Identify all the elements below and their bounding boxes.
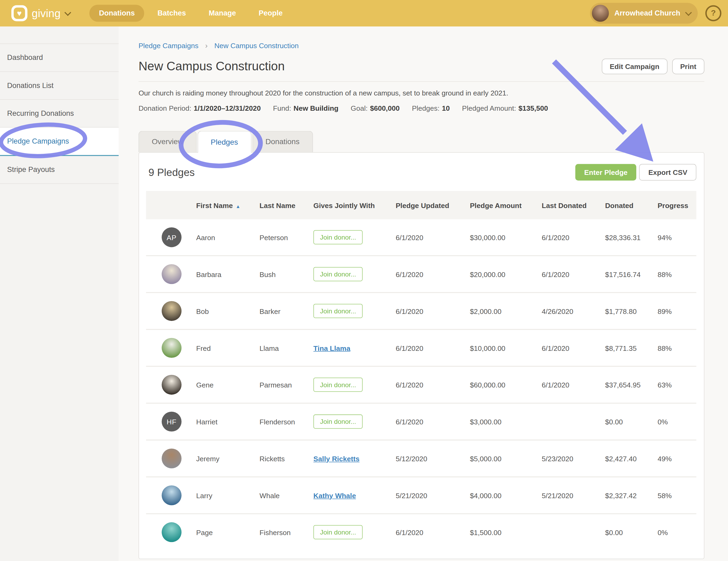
joint-donor-link[interactable]: Kathy Whale (313, 491, 356, 499)
sidebar-item-pledge-campaigns[interactable]: Pledge Campaigns (0, 128, 119, 156)
edit-campaign-button[interactable]: Edit Campaign (602, 59, 668, 74)
help-button[interactable]: ? (705, 5, 721, 21)
breadcrumb-link-pledge-campaigns[interactable]: Pledge Campaigns (139, 42, 198, 50)
table-header: First Name▲Last NameGives Jointly WithPl… (146, 191, 696, 219)
table-row: FredLlamaTina Llama6/1/2020$10,000.006/1… (146, 329, 696, 366)
export-csv-button[interactable]: Export CSV (639, 164, 696, 180)
column-header-gives-jointly-with[interactable]: Gives Jointly With (313, 201, 396, 209)
enter-pledge-button[interactable]: Enter Pledge (575, 164, 637, 180)
column-header-last-name[interactable]: Last Name (259, 201, 313, 209)
nav-item-people[interactable]: People (249, 5, 292, 22)
first-name-cell: Aaron (196, 233, 260, 241)
campaign-description: Our church is raiding money throughout 2… (139, 89, 704, 97)
breadcrumb-current[interactable]: New Campus Construction (214, 42, 298, 50)
last-name-cell: Ricketts (259, 454, 313, 462)
column-header-donated[interactable]: Donated (605, 201, 657, 209)
donated-cell: $2,427.40 (605, 454, 657, 462)
meta-item-pledges: Pledges:10 (412, 104, 450, 112)
join-donor-button[interactable]: Join donor... (313, 304, 363, 318)
meta-item-pledged-amount: Pledged Amount:$135,500 (462, 104, 548, 112)
meta-label: Pledged Amount: (462, 104, 516, 112)
pledge-updated-cell: 6/1/2020 (396, 418, 470, 426)
meta-value: $135,500 (518, 104, 548, 112)
nav-item-batches[interactable]: Batches (148, 5, 195, 22)
pledge-amount-cell: $2,000.00 (470, 307, 542, 315)
avatar-cell: AP (146, 227, 196, 247)
sidebar-item-donations-list[interactable]: Donations List (0, 72, 119, 100)
pledges-panel: 9 Pledges Enter Pledge Export CSV First … (139, 152, 704, 559)
join-donor-button[interactable]: Join donor... (313, 230, 363, 244)
first-name-cell: Bob (196, 307, 260, 315)
last-donated-cell: 5/21/2020 (542, 491, 605, 499)
last-name-cell: Fisherson (259, 528, 313, 536)
donated-cell: $37,654.95 (605, 381, 657, 389)
meta-value: $600,000 (370, 104, 400, 112)
join-donor-button[interactable]: Join donor... (313, 525, 363, 539)
join-donor-button[interactable]: Join donor... (313, 414, 363, 429)
tab-donations[interactable]: Donations (252, 131, 313, 152)
column-header-last-donated[interactable]: Last Donated (542, 201, 605, 209)
column-label: Last Donated (542, 201, 587, 209)
avatar-cell: HF (146, 412, 196, 432)
giving-app-switcher[interactable]: ♥ giving (11, 5, 70, 21)
first-name-cell: Barbara (196, 270, 260, 278)
progress-cell: 88% (658, 344, 696, 352)
tab-pledges[interactable]: Pledges (197, 131, 251, 153)
donated-cell: $2,327.42 (605, 491, 657, 499)
last-name-cell: Whale (259, 491, 313, 499)
pledge-amount-cell: $20,000.00 (470, 270, 542, 278)
nav-item-donations[interactable]: Donations (90, 5, 144, 22)
last-name-cell: Flenderson (259, 418, 313, 426)
app-root: ♥ giving DonationsBatchesManagePeople Ar… (0, 0, 728, 561)
meta-value: 1/1/2020–12/31/2020 (194, 104, 261, 112)
nav-item-manage[interactable]: Manage (199, 5, 246, 22)
topbar-right: Arrowhead Church ? (590, 3, 722, 24)
joint-donor-link[interactable]: Tina Llama (313, 344, 350, 352)
top-nav: DonationsBatchesManagePeople (90, 5, 292, 22)
pledge-updated-cell: 6/1/2020 (396, 344, 470, 352)
progress-cell: 94% (658, 233, 696, 241)
last-donated-cell: 6/1/2020 (542, 270, 605, 278)
heart-icon: ♥ (17, 9, 22, 17)
last-name-cell: Llama (259, 344, 313, 352)
joint-donor-link[interactable]: Sally Ricketts (313, 454, 359, 462)
meta-value: 10 (442, 104, 450, 112)
sidebar-item-dashboard[interactable]: Dashboard (0, 44, 119, 72)
sidebar-item-recurring-donations[interactable]: Recurring Donations (0, 100, 119, 128)
panel-actions: Enter Pledge Export CSV (575, 164, 696, 180)
sort-asc-icon: ▲ (236, 203, 240, 209)
user-avatar (592, 5, 609, 22)
chevron-down-icon (685, 9, 692, 16)
gives-jointly-cell: Join donor... (313, 414, 396, 429)
column-header-first-name[interactable]: First Name▲ (196, 201, 260, 209)
pledge-updated-cell: 6/1/2020 (396, 233, 470, 241)
pledge-updated-cell: 6/1/2020 (396, 307, 470, 315)
join-donor-button[interactable]: Join donor... (313, 378, 363, 392)
column-header-progress[interactable]: Progress (658, 201, 696, 209)
giving-logo-icon: ♥ (11, 5, 27, 21)
chevron-right-icon: › (205, 42, 208, 50)
pledge-updated-cell: 6/1/2020 (396, 528, 470, 536)
progress-cell: 63% (658, 381, 696, 389)
gives-jointly-cell: Sally Ricketts (313, 454, 396, 462)
column-header-pledge-amount[interactable]: Pledge Amount (470, 201, 542, 209)
panel-header: 9 Pledges Enter Pledge Export CSV (148, 164, 696, 180)
pledge-amount-cell: $60,000.00 (470, 381, 542, 389)
table-row: GeneParmesanJoin donor...6/1/2020$60,000… (146, 366, 696, 403)
pledge-amount-cell: $10,000.00 (470, 344, 542, 352)
avatar-cell (146, 264, 196, 284)
progress-cell: 0% (658, 418, 696, 426)
donor-avatar: AP (162, 227, 181, 247)
org-switcher[interactable]: Arrowhead Church (590, 3, 698, 24)
donor-avatar: HF (162, 412, 181, 432)
tab-bar: OverviewPledgesDonations (139, 131, 704, 152)
print-button[interactable]: Print (672, 59, 704, 74)
donated-cell: $28,336.31 (605, 233, 657, 241)
first-name-cell: Fred (196, 344, 260, 352)
column-header-pledge-updated[interactable]: Pledge Updated (396, 201, 470, 209)
pledge-updated-cell: 6/1/2020 (396, 270, 470, 278)
sidebar-item-stripe-payouts[interactable]: Stripe Payouts (0, 156, 119, 184)
donor-avatar (162, 338, 181, 358)
join-donor-button[interactable]: Join donor... (313, 267, 363, 281)
tab-overview[interactable]: Overview (139, 131, 197, 152)
